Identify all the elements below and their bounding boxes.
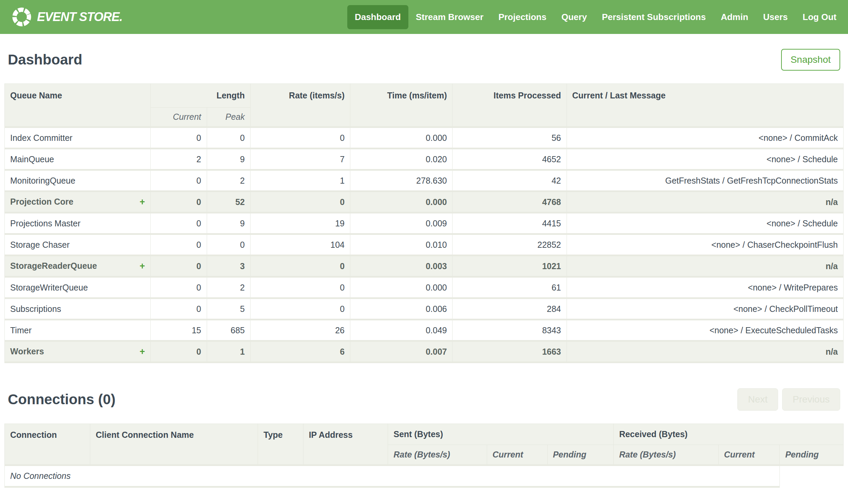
nav-item-stream-browser[interactable]: Stream Browser [409,5,491,29]
column-header-sent-rate: Rate (Bytes/s) [388,445,487,465]
current-cell: 15 [150,320,207,341]
items-processed-cell: 1663 [452,341,566,362]
queue-name-cell: StorageWriterQueue [5,277,151,298]
queue-name-cell: MonitoringQueue [5,170,151,192]
items-processed-cell: 56 [452,127,566,149]
column-header-time: Time (ms/item) [350,84,452,127]
peak-cell: 3 [207,255,250,277]
column-header-sent-pending: Pending [547,445,613,465]
expand-plus-icon[interactable]: + [140,197,145,208]
time-cell: 0.020 [350,149,452,170]
message-cell: <none> / CommitAck [566,127,843,149]
queue-row: Timer15685260.0498343<none> / ExecuteSch… [5,320,844,341]
peak-cell: 5 [207,298,250,320]
column-header-received-bytes: Received (Bytes) [613,424,843,445]
queue-name: Workers [10,346,44,356]
next-button[interactable]: Next [737,388,778,411]
main-content: Dashboard Snapshot Queue Name Length Rat… [0,49,848,488]
items-processed-cell: 4415 [452,213,566,234]
nav-item-query[interactable]: Query [554,5,594,29]
time-cell: 0.003 [350,255,452,277]
nav-item-persistent-subscriptions[interactable]: Persistent Subscriptions [594,5,713,29]
ghost-cell [780,465,844,487]
nav-item-projections[interactable]: Projections [491,5,554,29]
event-store-logo-icon [11,6,32,28]
nav-items: DashboardStream BrowserProjectionsQueryP… [347,5,844,29]
current-cell: 0 [150,213,207,234]
queue-row: StorageReaderQueue+0300.0031021n/a [5,255,844,277]
column-header-connection: Connection [5,424,90,465]
queue-name-cell: MainQueue [5,149,151,170]
rate-cell: 0 [250,277,350,298]
column-header-current: Current [150,108,207,127]
peak-cell: 0 [207,234,250,255]
column-header-received-rate: Rate (Bytes/s) [613,445,718,465]
rate-cell: 26 [250,320,350,341]
rate-cell: 0 [250,192,350,213]
queues-table: Queue Name Length Rate (items/s) Time (m… [4,84,844,363]
current-cell: 0 [150,192,207,213]
connections-table: Connection Client Connection Name Type I… [4,424,844,488]
nav-item-users[interactable]: Users [756,5,795,29]
current-cell: 2 [150,149,207,170]
brand: EVENT STORE. [11,6,122,28]
column-header-sent-bytes: Sent (Bytes) [388,424,614,445]
queue-name: StorageWriterQueue [10,283,88,292]
expand-plus-icon[interactable]: + [140,261,145,271]
current-cell: 0 [150,298,207,320]
items-processed-cell: 61 [452,277,566,298]
page-title: Dashboard [8,52,82,68]
message-cell: <none> / ExecuteScheduledTasks [566,320,843,341]
items-processed-cell: 4768 [452,192,566,213]
time-cell: 0.006 [350,298,452,320]
queue-name-cell: Storage Chaser [5,234,151,255]
queue-name: Timer [10,325,32,335]
connections-header: Connections (0) Next Previous [8,388,840,411]
column-header-received-current: Current [718,445,779,465]
time-cell: 0.009 [350,213,452,234]
connections-table-header: Connection Client Connection Name Type I… [5,424,844,465]
message-cell: <none> / Schedule [566,149,843,170]
queue-name-cell: Projection Core+ [5,192,151,213]
queue-name: MainQueue [10,155,54,164]
nav-item-log-out[interactable]: Log Out [795,5,844,29]
items-processed-cell: 284 [452,298,566,320]
column-header-sent-current: Current [487,445,547,465]
queues-table-header: Queue Name Length Rate (items/s) Time (m… [5,84,844,127]
nav-item-dashboard[interactable]: Dashboard [347,5,409,29]
time-cell: 0.007 [350,341,452,362]
rate-cell: 104 [250,234,350,255]
connections-title: Connections (0) [8,391,115,408]
items-processed-cell: 1021 [452,255,566,277]
rate-cell: 0 [250,298,350,320]
rate-cell: 7 [250,149,350,170]
expand-plus-icon[interactable]: + [140,346,145,357]
peak-cell: 0 [207,127,250,149]
snapshot-button[interactable]: Snapshot [781,49,840,71]
time-cell: 278.630 [350,170,452,192]
time-cell: 0.049 [350,320,452,341]
column-header-message: Current / Last Message [566,84,843,127]
rate-cell: 1 [250,170,350,192]
queue-row: Projection Core+05200.0004768n/a [5,192,844,213]
peak-cell: 1 [207,341,250,362]
column-header-received-pending: Pending [780,445,844,465]
rate-cell: 6 [250,341,350,362]
current-cell: 0 [150,341,207,362]
column-header-length: Length [150,84,250,108]
message-cell: n/a [566,341,843,362]
connections-table-body: No Connections [5,465,844,487]
current-cell: 0 [150,170,207,192]
peak-cell: 2 [207,277,250,298]
current-cell: 0 [150,127,207,149]
nav-item-admin[interactable]: Admin [713,5,756,29]
queue-name: Subscriptions [10,304,61,313]
pager: Next Previous [737,388,840,411]
time-cell: 0.000 [350,192,452,213]
message-cell: <none> / CheckPollTimeout [566,298,843,320]
column-header-type: Type [258,424,303,465]
previous-button[interactable]: Previous [782,388,840,411]
queue-row: Storage Chaser001040.01022852<none> / Ch… [5,234,844,255]
time-cell: 0.010 [350,234,452,255]
column-header-peak: Peak [207,108,250,127]
